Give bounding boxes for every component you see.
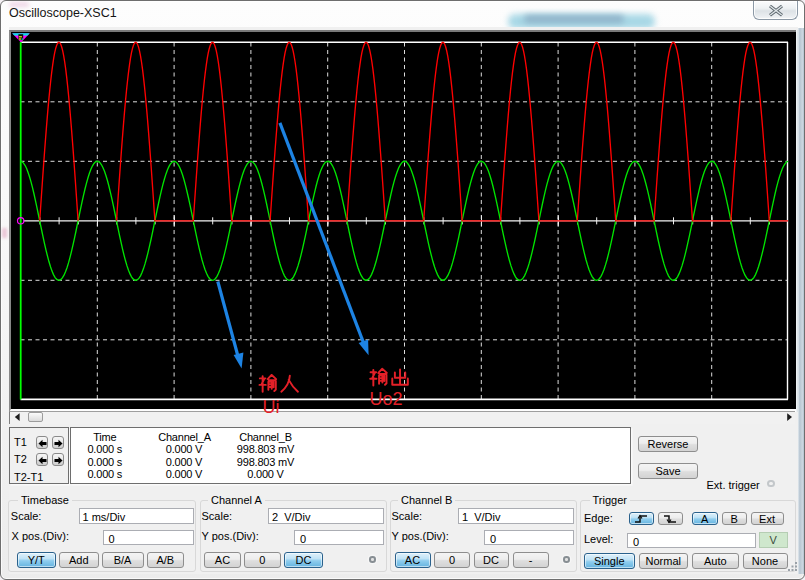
svg-text:Uo2: Uo2 <box>370 389 403 409</box>
svg-text:Ui: Ui <box>263 397 280 417</box>
